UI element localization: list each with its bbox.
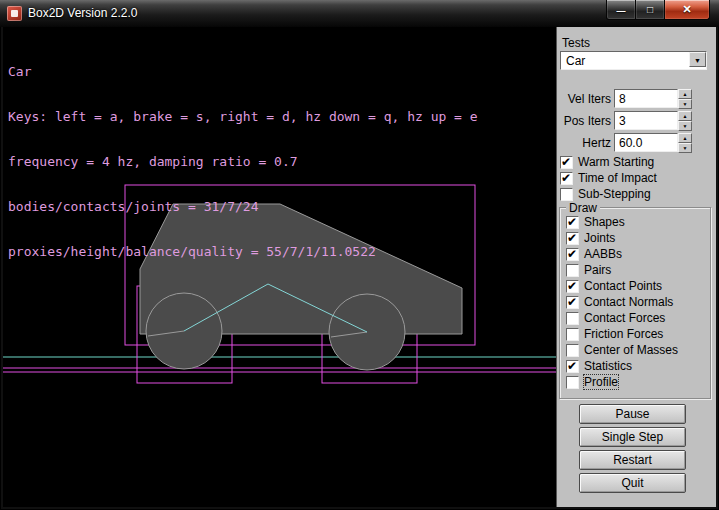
aabbs-checkbox[interactable]: ✔ <box>566 248 579 261</box>
pairs-checkbox[interactable]: ✔ <box>566 264 579 277</box>
vel-iters-label: Vel Iters <box>557 92 611 106</box>
hertz-spinner: Hertz 60.0 ▲ ▼ <box>557 133 716 152</box>
checkmark-icon: ✔ <box>567 295 577 309</box>
close-button[interactable]: ✕ <box>665 0 710 20</box>
overlay-keys-help: Keys: left = a, brake = s, right = d, hz… <box>8 109 478 124</box>
checkmark-icon: ✔ <box>567 279 577 293</box>
physics-canvas[interactable]: Car Keys: left = a, brake = s, right = d… <box>3 27 556 507</box>
draw-checkbox-contact-normals[interactable]: ✔ Contact Normals <box>566 295 673 309</box>
time-of-impact-checkbox[interactable]: ✔ <box>560 172 573 185</box>
contact-normals-label: Contact Normals <box>584 295 673 309</box>
quit-button[interactable]: Quit <box>579 473 686 493</box>
tests-dropdown-box[interactable]: Car <box>560 51 707 70</box>
overlay-body-counts: bodies/contacts/joints = 31/7/24 <box>8 199 478 214</box>
tests-dropdown[interactable]: Car ▼ <box>560 51 707 70</box>
draw-checkbox-aabbs[interactable]: ✔ AABBs <box>566 247 622 261</box>
overlay-tree-quality: proxies/height/balance/quality = 55/7/1/… <box>8 244 478 259</box>
statistics-checkbox[interactable]: ✔ <box>566 360 579 373</box>
contact-points-checkbox[interactable]: ✔ <box>566 280 579 293</box>
pairs-label: Pairs <box>584 263 611 277</box>
draw-checkbox-contact-points[interactable]: ✔ Contact Points <box>566 279 662 293</box>
contact-normals-checkbox[interactable]: ✔ <box>566 296 579 309</box>
hertz-value: 60.0 <box>619 136 642 150</box>
friction-forces-checkbox[interactable]: ✔ <box>566 328 579 341</box>
hertz-label: Hertz <box>557 136 611 150</box>
titlebar[interactable]: Box2D Version 2.2.0 — □ ✕ <box>0 0 719 27</box>
minimize-button[interactable]: — <box>606 0 636 20</box>
hertz-arrows: ▲ ▼ <box>678 133 692 152</box>
tests-label: Tests <box>562 36 590 50</box>
overlay-frequency: frequency = 4 hz, damping ratio = 0.7 <box>8 154 478 169</box>
spinner-down-icon: ▼ <box>683 101 688 107</box>
checkmark-icon: ✔ <box>561 155 571 169</box>
draw-checkbox-statistics[interactable]: ✔ Statistics <box>566 359 632 373</box>
draw-checkbox-friction-forces[interactable]: ✔ Friction Forces <box>566 327 663 341</box>
draw-group: Draw ✔ Shapes ✔ Joints ✔ AABBs ✔ Pairs ✔… <box>559 207 711 399</box>
app-icon <box>7 6 22 21</box>
draw-checkbox-joints[interactable]: ✔ Joints <box>566 231 615 245</box>
draw-checkbox-center-of-masses[interactable]: ✔ Center of Masses <box>566 343 678 357</box>
shapes-label: Shapes <box>584 215 625 229</box>
pos-iters-spinner: Pos Iters 3 ▲ ▼ <box>557 111 716 130</box>
sub-stepping-label: Sub-Stepping <box>578 187 651 201</box>
pos-iters-up-button[interactable]: ▲ <box>678 111 692 121</box>
aabbs-label: AABBs <box>584 247 622 261</box>
draw-checkbox-pairs[interactable]: ✔ Pairs <box>566 263 611 277</box>
shapes-checkbox[interactable]: ✔ <box>566 216 579 229</box>
profile-label: Profile <box>584 375 618 389</box>
friction-forces-label: Friction Forces <box>584 327 663 341</box>
minimize-icon: — <box>617 7 626 16</box>
single-step-button[interactable]: Single Step <box>579 427 686 447</box>
warm-starting-checkbox[interactable]: ✔ <box>560 156 573 169</box>
checkbox-warm-starting[interactable]: ✔ Warm Starting <box>560 155 654 169</box>
vel-iters-down-button[interactable]: ▼ <box>678 99 692 109</box>
checkmark-icon: ✔ <box>567 215 577 229</box>
app-window: Box2D Version 2.2.0 — □ ✕ <box>0 0 719 510</box>
draw-checkbox-profile[interactable]: ✔ Profile <box>566 375 618 389</box>
statistics-label: Statistics <box>584 359 632 373</box>
spinner-up-icon: ▲ <box>683 135 688 141</box>
hertz-up-button[interactable]: ▲ <box>678 133 692 143</box>
checkmark-icon: ✔ <box>567 247 577 261</box>
draw-checkbox-contact-forces[interactable]: ✔ Contact Forces <box>566 311 665 325</box>
pos-iters-arrows: ▲ ▼ <box>678 111 692 130</box>
checkmark-icon: ✔ <box>561 171 571 185</box>
spinner-up-icon: ▲ <box>683 113 688 119</box>
pos-iters-down-button[interactable]: ▼ <box>678 121 692 131</box>
checkmark-icon: ✔ <box>567 359 577 373</box>
checkbox-sub-stepping[interactable]: ✔ Sub-Stepping <box>560 187 651 201</box>
profile-checkbox[interactable]: ✔ <box>566 376 579 389</box>
vel-iters-arrows: ▲ ▼ <box>678 89 692 108</box>
center-of-masses-label: Center of Masses <box>584 343 678 357</box>
hertz-input[interactable]: 60.0 <box>614 133 678 152</box>
vel-iters-spinner: Vel Iters 8 ▲ ▼ <box>557 89 716 108</box>
overlay-test-name: Car <box>8 64 478 79</box>
center-of-masses-checkbox[interactable]: ✔ <box>566 344 579 357</box>
pos-iters-value: 3 <box>619 114 626 128</box>
vel-iters-input[interactable]: 8 <box>614 89 678 108</box>
spinner-up-icon: ▲ <box>683 91 688 97</box>
pause-button[interactable]: Pause <box>579 404 686 424</box>
contact-forces-checkbox[interactable]: ✔ <box>566 312 579 325</box>
vel-iters-up-button[interactable]: ▲ <box>678 89 692 99</box>
window-title: Box2D Version 2.2.0 <box>28 6 137 20</box>
restart-button[interactable]: Restart <box>579 450 686 470</box>
hertz-down-button[interactable]: ▼ <box>678 143 692 153</box>
contact-forces-label: Contact Forces <box>584 311 665 325</box>
tests-dropdown-value: Car <box>566 54 585 68</box>
checkbox-time-of-impact[interactable]: ✔ Time of Impact <box>560 171 657 185</box>
warm-starting-label: Warm Starting <box>578 155 654 169</box>
time-of-impact-label: Time of Impact <box>578 171 657 185</box>
joints-checkbox[interactable]: ✔ <box>566 232 579 245</box>
pos-iters-input[interactable]: 3 <box>614 111 678 130</box>
maximize-button[interactable]: □ <box>636 0 665 20</box>
tests-dropdown-arrow-button[interactable]: ▼ <box>689 52 706 67</box>
joints-label: Joints <box>584 231 615 245</box>
draw-checkbox-shapes[interactable]: ✔ Shapes <box>566 215 625 229</box>
sub-stepping-checkbox[interactable]: ✔ <box>560 188 573 201</box>
spinner-down-icon: ▼ <box>683 145 688 151</box>
control-panel: Tests Car ▼ Vel Iters 8 ▲ ▼ Pos Iters 3 <box>556 27 716 507</box>
checkmark-icon: ✔ <box>567 231 577 245</box>
draw-group-title: Draw <box>566 201 600 215</box>
window-controls: — □ ✕ <box>606 0 710 20</box>
